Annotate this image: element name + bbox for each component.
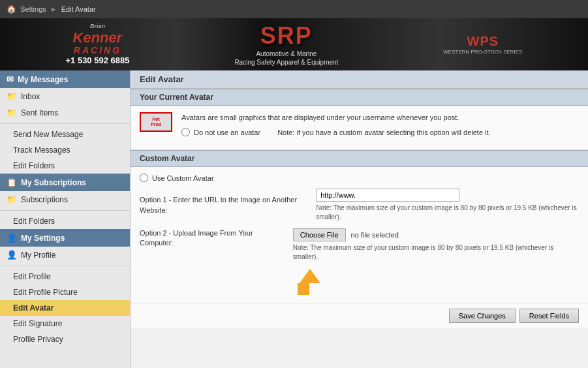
avatar-image: HotProd bbox=[140, 112, 172, 132]
subscriptions-folder-icon: 📁 bbox=[7, 194, 17, 204]
sidebar-edit-profile[interactable]: Edit Profile bbox=[0, 269, 130, 284]
sidebar-my-profile[interactable]: 👤 My Profile bbox=[0, 247, 130, 263]
messages-folder-icon: ✉ bbox=[7, 74, 14, 84]
profile-icon: 👤 bbox=[7, 250, 17, 260]
inbox-folder-icon: 📁 bbox=[7, 91, 17, 101]
main-header: Edit Avatar bbox=[131, 70, 588, 89]
breadcrumb-settings[interactable]: Settings bbox=[20, 5, 46, 13]
do-not-use-radio-row: Do not use an avatar Note: if you have a… bbox=[181, 127, 491, 138]
upload-row: Option 2 - Upload Image From Your Comput… bbox=[140, 228, 579, 296]
footer-buttons: Save Changes Reset Fields bbox=[131, 303, 588, 328]
sidebar-edit-signature[interactable]: Edit Signature bbox=[0, 316, 130, 331]
sidebar-edit-avatar[interactable]: Edit Avatar bbox=[0, 300, 130, 316]
upload-area: Choose File no file selected Note: The m… bbox=[293, 228, 579, 296]
sidebar-edit-profile-picture[interactable]: Edit Profile Picture bbox=[0, 284, 130, 300]
avatar-row: HotProd Avatars are small graphics that … bbox=[140, 112, 579, 138]
sidebar: ✉ My Messages 📁 Inbox 📁 Sent Items Send … bbox=[0, 70, 131, 368]
use-custom-radio[interactable] bbox=[140, 174, 148, 182]
no-file-text: no file selected bbox=[351, 231, 399, 239]
banner-srp: SRP Automotive & Marine Racing Safety Ap… bbox=[234, 22, 338, 67]
layout: ✉ My Messages 📁 Inbox 📁 Sent Items Send … bbox=[0, 70, 588, 368]
sidebar-subscriptions[interactable]: 📁 Subscriptions bbox=[0, 191, 130, 207]
main-content: Edit Avatar Your Current Avatar HotProd … bbox=[131, 70, 588, 368]
subscriptions-icon: 📋 bbox=[7, 177, 17, 187]
save-changes-button[interactable]: Save Changes bbox=[449, 309, 516, 323]
option1-note: Note: The maximum size of your custom im… bbox=[316, 204, 579, 222]
breadcrumb: 🏠 Settings ► Edit Avatar bbox=[7, 5, 96, 14]
url-input[interactable] bbox=[316, 189, 459, 202]
breadcrumb-current: Edit Avatar bbox=[61, 5, 96, 13]
banner-wps: WPS WESTERN PRO-STOCK SERIES bbox=[443, 34, 522, 55]
option2-label: Option 2 - Upload Image From Your Comput… bbox=[140, 228, 288, 249]
reset-fields-button[interactable]: Reset Fields bbox=[519, 309, 579, 323]
do-not-use-radio[interactable] bbox=[181, 128, 190, 136]
current-avatar-area: HotProd Avatars are small graphics that … bbox=[131, 106, 588, 150]
avatar-description: Avatars are small graphics that are disp… bbox=[181, 112, 491, 138]
option1-input-area: Note: The maximum size of your custom im… bbox=[316, 189, 579, 222]
choose-file-button[interactable]: Choose File bbox=[293, 228, 346, 241]
option1-row: Option 1 - Enter the URL to the Image on… bbox=[140, 189, 579, 222]
sidebar-inbox[interactable]: 📁 Inbox bbox=[0, 88, 130, 104]
my-messages-header: ✉ My Messages bbox=[0, 70, 130, 88]
top-bar: 🏠 Settings ► Edit Avatar bbox=[0, 0, 588, 18]
breadcrumb-separator: ► bbox=[50, 5, 57, 13]
current-avatar-section-title: Your Current Avatar bbox=[131, 89, 588, 106]
sent-folder-icon: 📁 bbox=[7, 108, 17, 117]
sidebar-edit-folders2[interactable]: Edit Folders bbox=[0, 213, 130, 229]
home-icon: 🏠 bbox=[7, 5, 16, 14]
option1-label: Option 1 - Enter the URL to the Image on… bbox=[140, 195, 311, 215]
banner: Brian Kenner RACING +1 530 592 6885 SRP … bbox=[0, 18, 588, 70]
my-subscriptions-header: 📋 My Subscriptions bbox=[0, 174, 130, 191]
my-settings-header: 👤 My Settings bbox=[0, 229, 130, 247]
sidebar-track-messages[interactable]: Track Messages bbox=[0, 142, 130, 158]
custom-avatar-area: Use Custom Avatar Option 1 - Enter the U… bbox=[131, 167, 588, 303]
settings-icon: 👤 bbox=[7, 233, 17, 243]
use-custom-row: Use Custom Avatar bbox=[140, 174, 579, 182]
file-row: Choose File no file selected bbox=[293, 228, 579, 241]
sidebar-sent-items[interactable]: 📁 Sent Items bbox=[0, 104, 130, 121]
sidebar-profile-privacy[interactable]: Profile Privacy bbox=[0, 331, 130, 347]
banner-kenner: Brian Kenner RACING +1 530 592 6885 bbox=[65, 23, 129, 65]
avatar-note: Note: if you have a custom avatar select… bbox=[277, 127, 491, 138]
arrow-indicator bbox=[293, 264, 579, 296]
sidebar-edit-folders[interactable]: Edit Folders bbox=[0, 158, 130, 174]
custom-avatar-section-title: Custom Avatar bbox=[131, 150, 588, 167]
banner-phone: +1 530 592 6885 bbox=[65, 56, 129, 65]
sidebar-send-new-message[interactable]: Send New Message bbox=[0, 127, 130, 142]
option2-note: Note: The maximum size of your custom im… bbox=[293, 243, 579, 262]
